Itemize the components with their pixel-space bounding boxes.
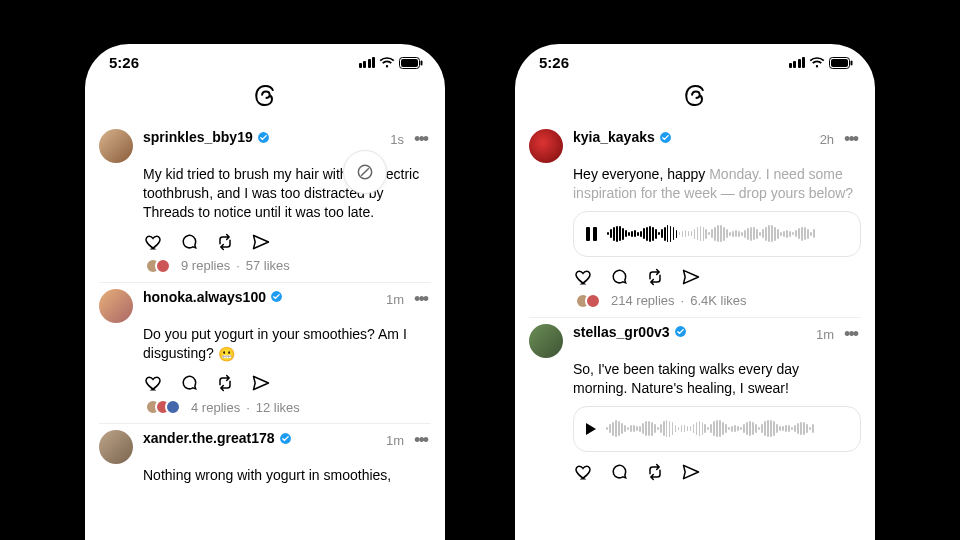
like-icon[interactable] [573, 267, 593, 287]
reply-count: 4 replies [191, 400, 240, 415]
grimace-emoji-icon: 😬 [218, 345, 235, 361]
status-indicators [359, 57, 424, 69]
verified-badge-icon [674, 325, 687, 338]
post-body: So, I've been taking walks every day mor… [573, 360, 861, 398]
post-time: 1m [386, 433, 404, 448]
share-icon[interactable] [681, 462, 701, 482]
avatar[interactable] [529, 129, 563, 163]
reply-count: 9 replies [181, 258, 230, 273]
feed: sprinkles_bby19 1s ••• My kid tried to b… [85, 123, 445, 493]
reply-avatars [145, 258, 171, 274]
like-icon[interactable] [143, 373, 163, 393]
post-body: My kid tried to brush my hair with the e… [143, 165, 431, 222]
reply-avatars [145, 399, 181, 415]
status-indicators [789, 57, 854, 69]
post-time: 2h [820, 132, 834, 147]
feed-post[interactable]: stellas_gr00v3 1m ••• So, I've been taki… [529, 318, 861, 496]
repost-icon[interactable] [215, 232, 235, 252]
like-count: 6.4K likes [690, 293, 746, 308]
compose-button[interactable] [343, 150, 387, 194]
svg-rect-9 [851, 60, 853, 65]
like-icon[interactable] [143, 232, 163, 252]
play-icon[interactable] [586, 423, 596, 435]
waveform[interactable] [607, 222, 848, 246]
post-actions [573, 462, 861, 482]
battery-icon [829, 57, 853, 69]
verified-badge-icon [270, 290, 283, 303]
post-menu-button[interactable]: ••• [410, 129, 431, 150]
status-time: 5:26 [539, 54, 569, 71]
threads-logo[interactable] [515, 81, 875, 111]
pause-icon[interactable] [586, 227, 597, 241]
post-actions [573, 267, 861, 287]
status-bar: 5:26 [85, 44, 445, 75]
verified-badge-icon [279, 432, 292, 445]
wifi-icon [379, 57, 395, 69]
avatar[interactable] [99, 430, 133, 464]
post-username[interactable]: stellas_gr00v3 [573, 324, 670, 340]
voice-note[interactable] [573, 406, 861, 452]
post-time: 1m [816, 327, 834, 342]
post-menu-button[interactable]: ••• [410, 289, 431, 310]
phone-left: 5:26 sprinkles_bby19 [85, 44, 445, 540]
post-username[interactable]: honoka.always100 [143, 289, 266, 305]
share-icon[interactable] [251, 373, 271, 393]
post-actions [143, 232, 431, 252]
post-engagement[interactable]: 9 replies · 57 likes [139, 258, 431, 274]
cellular-icon [359, 57, 376, 68]
status-time: 5:26 [109, 54, 139, 71]
avatar[interactable] [529, 324, 563, 358]
post-username[interactable]: kyia_kayaks [573, 129, 655, 145]
wifi-icon [809, 57, 825, 69]
post-body: Do you put yogurt in your smoothies? Am … [143, 325, 431, 364]
share-icon[interactable] [681, 267, 701, 287]
reply-icon[interactable] [609, 462, 629, 482]
repost-icon[interactable] [645, 267, 665, 287]
cellular-icon [789, 57, 806, 68]
feed-post[interactable]: kyia_kayaks 2h ••• Hey everyone, happy M… [529, 123, 861, 318]
verified-badge-icon [257, 131, 270, 144]
svg-rect-8 [831, 59, 848, 67]
reply-count: 214 replies [611, 293, 675, 308]
post-menu-button[interactable]: ••• [410, 430, 431, 451]
reply-avatars [575, 293, 601, 309]
feed-post[interactable]: sprinkles_bby19 1s ••• My kid tried to b… [99, 123, 431, 283]
svg-rect-1 [401, 59, 418, 67]
repost-icon[interactable] [645, 462, 665, 482]
feed: kyia_kayaks 2h ••• Hey everyone, happy M… [515, 123, 875, 496]
threads-logo[interactable] [85, 81, 445, 111]
post-username[interactable]: sprinkles_bby19 [143, 129, 253, 145]
status-bar: 5:26 [515, 44, 875, 75]
phone-right: 5:26 kyia_kayaks [515, 44, 875, 540]
reply-icon[interactable] [609, 267, 629, 287]
svg-rect-2 [421, 60, 423, 65]
like-count: 57 likes [246, 258, 290, 273]
battery-icon [399, 57, 423, 69]
post-body: Nothing wrong with yogurt in smoothies, [143, 466, 431, 485]
reply-icon[interactable] [179, 373, 199, 393]
post-actions [143, 373, 431, 393]
post-menu-button[interactable]: ••• [840, 129, 861, 150]
post-time: 1s [390, 132, 404, 147]
feed-post[interactable]: honoka.always100 1m ••• Do you put yogur… [99, 283, 431, 425]
post-engagement[interactable]: 4 replies · 12 likes [139, 399, 431, 415]
avatar[interactable] [99, 129, 133, 163]
post-body: Hey everyone, happy Monday. I need some … [573, 165, 861, 203]
post-engagement[interactable]: 214 replies · 6.4K likes [569, 293, 861, 309]
repost-icon[interactable] [215, 373, 235, 393]
feed-post[interactable]: xander.the.great178 1m ••• Nothing wrong… [99, 424, 431, 493]
waveform[interactable] [606, 417, 848, 441]
reply-icon[interactable] [179, 232, 199, 252]
post-username[interactable]: xander.the.great178 [143, 430, 275, 446]
post-menu-button[interactable]: ••• [840, 324, 861, 345]
like-icon[interactable] [573, 462, 593, 482]
avatar[interactable] [99, 289, 133, 323]
like-count: 12 likes [256, 400, 300, 415]
post-time: 1m [386, 292, 404, 307]
voice-note[interactable] [573, 211, 861, 257]
share-icon[interactable] [251, 232, 271, 252]
verified-badge-icon [659, 131, 672, 144]
